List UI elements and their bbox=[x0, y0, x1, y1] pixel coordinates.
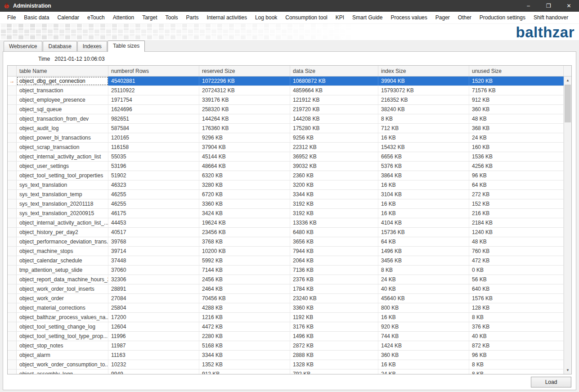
table-row[interactable]: object_scrap_transaction11615837904 KB22… bbox=[8, 143, 564, 152]
cell-data-size[interactable]: 9256 KB bbox=[290, 133, 378, 142]
cell-numberof-rows[interactable]: 46255 bbox=[108, 190, 199, 199]
cell-table-name[interactable]: object_scrap_transaction bbox=[17, 143, 108, 152]
cell-reserved-size[interactable]: 6720 KB bbox=[199, 190, 290, 199]
table-row[interactable]: object_balthzar_process_values_na...1720… bbox=[8, 313, 564, 322]
cell-reserved-size[interactable]: 176360 KB bbox=[199, 124, 290, 133]
cell-table-name[interactable]: object_alarm bbox=[17, 351, 108, 360]
cell-numberof-rows[interactable]: 27084 bbox=[108, 294, 199, 303]
cell-data-size[interactable]: 36952 KB bbox=[290, 152, 378, 161]
scroll-up-icon[interactable]: ▲ bbox=[564, 77, 571, 84]
cell-table-name[interactable]: object_user_settings bbox=[17, 162, 108, 171]
cell-unused-size[interactable]: 360 KB bbox=[469, 105, 564, 114]
cell-unused-size[interactable]: 472 KB bbox=[469, 256, 564, 265]
cell-data-size[interactable]: 2888 KB bbox=[290, 351, 378, 360]
cell-index-size[interactable]: 5376 KB bbox=[378, 162, 469, 171]
cell-data-size[interactable]: 219720 KB bbox=[290, 105, 378, 114]
cell-data-size[interactable]: 144208 KB bbox=[290, 114, 378, 123]
table-row[interactable]: object_material_corrections258044288 KB3… bbox=[8, 303, 564, 313]
cell-numberof-rows[interactable]: 587584 bbox=[108, 124, 199, 133]
cell-reserved-size[interactable]: 3360 KB bbox=[199, 199, 290, 208]
cell-numberof-rows[interactable]: 11996 bbox=[108, 332, 199, 341]
cell-data-size[interactable]: 1496 KB bbox=[290, 332, 378, 341]
cell-data-size[interactable]: 1784 KB bbox=[290, 284, 378, 293]
cell-reserved-size[interactable]: 4288 KB bbox=[199, 303, 290, 312]
cell-numberof-rows[interactable]: 1971754 bbox=[108, 95, 199, 104]
cell-reserved-size[interactable]: 5992 KB bbox=[199, 256, 290, 265]
menu-item-file[interactable]: File bbox=[3, 12, 20, 23]
cell-table-name[interactable]: object_internal_activity_action_list_... bbox=[17, 218, 108, 227]
cell-table-name[interactable]: object_assembly_logg bbox=[17, 369, 108, 374]
cell-data-size[interactable]: 7136 KB bbox=[290, 266, 378, 275]
cell-unused-size[interactable]: 216 KB bbox=[469, 209, 564, 218]
cell-unused-size[interactable]: 1536 KB bbox=[469, 152, 564, 161]
cell-numberof-rows[interactable]: 39714 bbox=[108, 247, 199, 256]
cell-numberof-rows[interactable]: 45402881 bbox=[108, 77, 199, 86]
cell-table-name[interactable]: object_machine_stops bbox=[17, 247, 108, 256]
cell-unused-size[interactable]: 48 KB bbox=[469, 114, 564, 123]
cell-reserved-size[interactable]: 7144 KB bbox=[199, 266, 290, 275]
cell-numberof-rows[interactable]: 28891 bbox=[108, 284, 199, 293]
cell-data-size[interactable]: 1328 KB bbox=[290, 360, 378, 369]
cell-reserved-size[interactable]: 6320 KB bbox=[199, 171, 290, 180]
table-row[interactable]: object_assembly_logg9949912 KB792 KB24 K… bbox=[8, 369, 564, 374]
cell-reserved-size[interactable]: 23456 KB bbox=[199, 228, 290, 237]
cell-table-name[interactable]: object_tool_setting_change_log bbox=[17, 322, 108, 331]
cell-reserved-size[interactable]: 48664 KB bbox=[199, 162, 290, 171]
cell-index-size[interactable]: 40 KB bbox=[378, 284, 469, 293]
menu-item-internal-activities[interactable]: Internal activities bbox=[203, 12, 251, 23]
cell-index-size[interactable]: 16 KB bbox=[378, 360, 469, 369]
table-row[interactable]: object_work_order_tool_inserts288912464 … bbox=[8, 284, 564, 294]
cell-index-size[interactable]: 45640 KB bbox=[378, 294, 469, 303]
cell-numberof-rows[interactable]: 51902 bbox=[108, 171, 199, 180]
menu-item-pager[interactable]: Pager bbox=[431, 12, 454, 23]
cell-table-name[interactable]: object_transaction_from_dev bbox=[17, 114, 108, 123]
cell-table-name[interactable]: object_tool_setting_tool_properties bbox=[17, 171, 108, 180]
menu-item-basic-data[interactable]: Basic data bbox=[20, 12, 53, 23]
tab-table-sizes[interactable]: Table sizes bbox=[108, 41, 145, 52]
menu-item-log-book[interactable]: Log book bbox=[251, 12, 281, 23]
cell-unused-size[interactable]: 912 KB bbox=[469, 95, 564, 104]
cell-table-name[interactable]: object_audit_log bbox=[17, 124, 108, 133]
cell-data-size[interactable]: 3656 KB bbox=[290, 237, 378, 246]
cell-unused-size[interactable]: 0 KB bbox=[469, 266, 564, 275]
cell-index-size[interactable]: 15432 KB bbox=[378, 143, 469, 152]
table-row[interactable]: object_transaction2511092220724312 KB485… bbox=[8, 86, 564, 95]
table-row[interactable]: →object_dbg_get_connection45402881107222… bbox=[8, 77, 564, 86]
table-row[interactable]: object_calendar_schedule374485992 KB2064… bbox=[8, 256, 564, 266]
cell-reserved-size[interactable]: 1352 KB bbox=[199, 360, 290, 369]
cell-index-size[interactable]: 4104 KB bbox=[378, 218, 469, 227]
cell-index-size[interactable]: 24 KB bbox=[378, 275, 469, 284]
cell-numberof-rows[interactable]: 10232 bbox=[108, 360, 199, 369]
tab-database[interactable]: Database bbox=[43, 41, 76, 51]
cell-index-size[interactable]: 15736 KB bbox=[378, 228, 469, 237]
cell-unused-size[interactable]: 160 KB bbox=[469, 143, 564, 152]
cell-index-size[interactable]: 64 KB bbox=[378, 237, 469, 246]
cell-numberof-rows[interactable]: 40517 bbox=[108, 228, 199, 237]
cell-unused-size[interactable]: 1520 KB bbox=[469, 77, 564, 86]
cell-data-size[interactable]: 3192 KB bbox=[290, 199, 378, 208]
column-header-unused-size[interactable]: unused Size bbox=[469, 66, 564, 76]
cell-index-size[interactable]: 1424 KB bbox=[378, 341, 469, 350]
table-row[interactable]: object_internal_activity_action_list5503… bbox=[8, 152, 564, 162]
menu-item-shift-handover[interactable]: Shift handover bbox=[530, 12, 572, 23]
cell-numberof-rows[interactable]: 46175 bbox=[108, 209, 199, 218]
cell-data-size[interactable]: 3192 KB bbox=[290, 209, 378, 218]
cell-index-size[interactable]: 8 KB bbox=[378, 114, 469, 123]
menu-item-consumption-tool[interactable]: Consumption tool bbox=[281, 12, 331, 23]
table-row[interactable]: object_stop_notes119875168 KB2872 KB1424… bbox=[8, 341, 564, 351]
cell-reserved-size[interactable]: 912 KB bbox=[199, 369, 290, 374]
table-row[interactable]: object_work_order_consumption_to...10232… bbox=[8, 360, 564, 369]
cell-table-name[interactable]: sys_text_translation_20200915 bbox=[17, 209, 108, 218]
cell-data-size[interactable]: 175280 KB bbox=[290, 124, 378, 133]
column-header-data-size[interactable]: data Size bbox=[290, 66, 378, 76]
cell-numberof-rows[interactable]: 11987 bbox=[108, 341, 199, 350]
menu-item-tools[interactable]: Tools bbox=[162, 12, 182, 23]
cell-numberof-rows[interactable]: 116158 bbox=[108, 143, 199, 152]
cell-data-size[interactable]: 4859664 KB bbox=[290, 86, 378, 95]
menu-item-calendar[interactable]: Calendar bbox=[53, 12, 83, 23]
cell-unused-size[interactable]: 368 KB bbox=[469, 124, 564, 133]
cell-reserved-size[interactable]: 3344 KB bbox=[199, 351, 290, 360]
cell-data-size[interactable]: 1192 KB bbox=[290, 313, 378, 322]
cell-reserved-size[interactable]: 2280 KB bbox=[199, 332, 290, 341]
cell-numberof-rows[interactable]: 53196 bbox=[108, 162, 199, 171]
